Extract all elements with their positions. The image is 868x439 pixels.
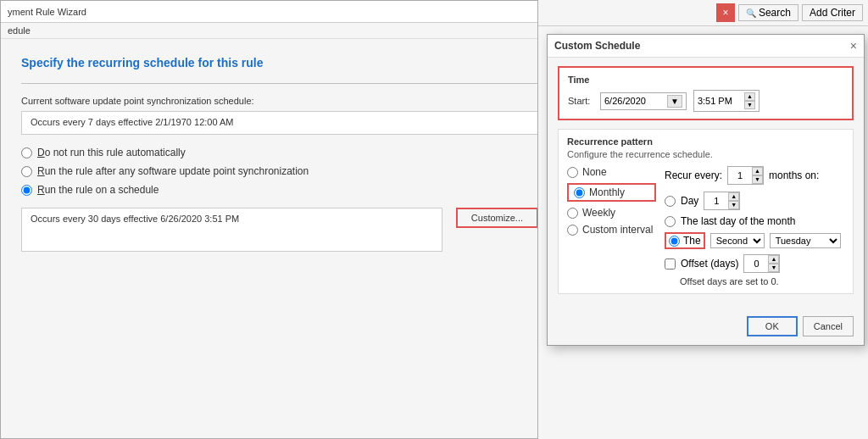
radio-on-schedule[interactable]: Run the rule on a schedule	[21, 184, 538, 196]
the-radio[interactable]	[669, 236, 680, 247]
wizard-titlebar: yment Rule Wizard ×	[1, 1, 559, 23]
day-of-week-select[interactable]: Tuesday Sunday Monday Wednesday Thursday…	[770, 233, 841, 248]
recurrence-body: None Monthly Weekly Custom interval	[567, 166, 844, 286]
time-spinner: ▲ ▼	[744, 92, 755, 109]
toolbar-search-button[interactable]: 🔍 Search	[738, 4, 798, 21]
schedule-info-box: Occurs every 30 days effective 6/26/2020…	[21, 208, 442, 252]
time-section-title: Time	[568, 75, 843, 85]
delete-icon: ×	[722, 7, 728, 19]
option-monthly-label: Monthly	[589, 186, 625, 198]
lastday-label: The last day of the month	[681, 215, 795, 227]
time-row: Start: ▼ ▲ ▼	[568, 90, 843, 112]
dialog-body: Time Start: ▼ ▲ ▼	[548, 58, 864, 311]
dialog-title: Custom Schedule	[554, 40, 640, 52]
lastday-radio[interactable]	[665, 216, 676, 227]
radio-no-run-label: Do not run this rule automatically	[37, 147, 186, 158]
day-spinner: ▲ ▼	[704, 192, 740, 210]
recurrence-options: None Monthly Weekly Custom interval	[567, 166, 656, 286]
offset-label: Offset (days)	[681, 258, 738, 270]
option-weekly-label: Weekly	[582, 207, 615, 219]
offset-note: Offset days are set to 0.	[680, 276, 844, 286]
search-label: Search	[759, 7, 791, 19]
start-label: Start:	[568, 96, 593, 106]
recur-every-input[interactable]	[728, 169, 752, 181]
right-panel-toolbar: × 🔍 Search Add Criter	[538, 0, 868, 26]
day-radio[interactable]	[665, 196, 676, 207]
offset-down[interactable]: ▼	[768, 264, 779, 272]
time-input-wrapper: ▲ ▼	[693, 90, 760, 112]
customize-button[interactable]: Customize...	[456, 208, 538, 228]
option-weekly[interactable]: Weekly	[567, 207, 656, 219]
radio-no-run-input[interactable]	[21, 147, 32, 158]
time-up-button[interactable]: ▲	[744, 92, 755, 101]
recurrence-section: Recurrence pattern Configure the recurre…	[558, 129, 854, 294]
recurrence-title: Recurrence pattern	[567, 136, 844, 147]
radio-no-run[interactable]: Do not run this rule automatically	[21, 147, 538, 158]
option-custom-radio[interactable]	[567, 225, 578, 236]
search-icon: 🔍	[746, 8, 756, 18]
time-section: Time Start: ▼ ▲ ▼	[558, 66, 854, 120]
week-select[interactable]: Second First Third Fourth Last	[710, 233, 765, 248]
add-criteria-button[interactable]: Add Criter	[802, 4, 863, 21]
wizard-heading: Specify the recurring schedule for this …	[21, 56, 538, 69]
option-none-label: None	[582, 166, 607, 178]
day-label: Day	[681, 195, 698, 207]
option-none[interactable]: None	[567, 166, 656, 178]
option-weekly-radio[interactable]	[567, 208, 578, 219]
time-down-button[interactable]: ▼	[744, 101, 755, 109]
radio-after-sync-label: Run the rule after any software update p…	[37, 165, 309, 177]
wizard-main-content: Specify the recurring schedule for this …	[1, 39, 559, 269]
last-day-row[interactable]: The last day of the month	[665, 215, 844, 227]
recurrence-subtitle: Configure the recurrence schedule.	[567, 149, 844, 159]
calendar-button[interactable]: ▼	[667, 95, 682, 108]
recur-every-up[interactable]: ▲	[752, 167, 763, 175]
offset-row: Offset (days) ▲ ▼	[665, 254, 844, 273]
option-custom-label: Custom interval	[582, 224, 653, 236]
radio-on-schedule-input[interactable]	[21, 185, 32, 196]
breadcrumb: edule	[1, 23, 559, 39]
offset-spinner: ▲ ▼	[743, 254, 780, 273]
dialog-footer: OK Cancel	[548, 311, 864, 345]
date-input-wrapper: ▼	[600, 92, 687, 110]
the-label: The	[683, 235, 701, 247]
recur-every-spinner: ▲ ▼	[727, 166, 764, 185]
offset-checkbox[interactable]	[665, 258, 676, 270]
the-row[interactable]: The Second First Third Fourth Last Tuesd…	[665, 232, 844, 249]
months-on-label: months on:	[769, 169, 819, 181]
divider	[21, 83, 538, 84]
recur-every-row: Recur every: ▲ ▼ months on:	[665, 166, 844, 185]
ok-button[interactable]: OK	[747, 316, 798, 336]
offset-spin-buttons: ▲ ▼	[768, 255, 779, 272]
offset-input[interactable]	[744, 258, 768, 270]
recur-every-label: Recur every:	[665, 169, 722, 181]
background-wizard-window: yment Rule Wizard × edule Specify the re…	[0, 0, 559, 439]
day-row[interactable]: Day ▲ ▼	[665, 192, 844, 210]
recur-every-spin-buttons: ▲ ▼	[752, 167, 763, 184]
option-none-radio[interactable]	[567, 167, 578, 178]
dialog-titlebar: Custom Schedule ×	[548, 35, 864, 58]
day-input[interactable]	[704, 195, 728, 207]
option-custom[interactable]: Custom interval	[567, 224, 656, 236]
day-down[interactable]: ▼	[728, 201, 739, 209]
recur-every-down[interactable]: ▼	[752, 175, 763, 184]
current-schedule-value: Occurs every 7 days effective 2/1/1970 1…	[21, 111, 538, 135]
recurrence-right: Recur every: ▲ ▼ months on:	[665, 166, 844, 286]
option-monthly[interactable]: Monthly	[567, 183, 656, 202]
custom-schedule-dialog: Custom Schedule × Time Start: ▼ ▲	[547, 34, 865, 346]
toolbar-delete-button[interactable]: ×	[716, 3, 735, 22]
option-monthly-radio[interactable]	[574, 187, 585, 198]
radio-after-sync[interactable]: Run the rule after any software update p…	[21, 165, 538, 177]
radio-on-schedule-label: Run the rule on a schedule	[37, 184, 159, 196]
current-schedule-label: Current software update point synchroniz…	[21, 96, 538, 106]
time-input[interactable]	[698, 96, 744, 106]
date-input[interactable]	[604, 96, 664, 106]
dialog-close-button[interactable]: ×	[850, 39, 857, 53]
offset-up[interactable]: ▲	[768, 255, 779, 264]
radio-after-sync-input[interactable]	[21, 166, 32, 177]
day-up[interactable]: ▲	[728, 192, 739, 201]
add-criteria-label: Add Criter	[810, 7, 855, 19]
cancel-button[interactable]: Cancel	[803, 316, 854, 336]
the-box: The	[665, 232, 705, 249]
right-panel: × 🔍 Search Add Criter Custom Schedule × …	[537, 0, 868, 439]
wizard-title: yment Rule Wizard	[8, 7, 86, 17]
